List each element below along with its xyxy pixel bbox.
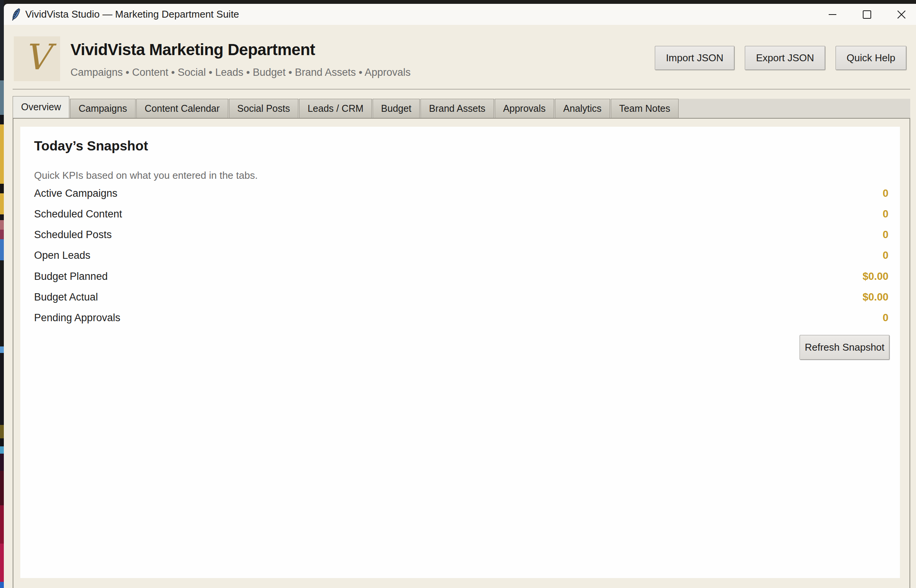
kpi-row: Scheduled Content 0 — [34, 207, 888, 220]
tab-social-posts[interactable]: Social Posts — [229, 99, 299, 118]
snapshot-title: Today’s Snapshot — [34, 138, 148, 154]
kpi-row: Active Campaigns 0 — [34, 187, 888, 200]
window-controls — [825, 4, 909, 25]
kpi-value: 0 — [883, 187, 888, 200]
close-icon[interactable] — [894, 7, 909, 22]
window-title: VividVista Studio — Marketing Department… — [25, 4, 239, 25]
page-title: VividVista Marketing Department — [70, 41, 315, 59]
tab-brand-assets[interactable]: Brand Assets — [420, 99, 494, 118]
tab-analytics[interactable]: Analytics — [555, 99, 610, 118]
kpi-value: 0 — [883, 311, 888, 324]
kpi-label: Scheduled Posts — [34, 228, 112, 241]
kpi-value: 0 — [883, 207, 888, 220]
tab-overview[interactable]: Overview — [13, 96, 69, 118]
tab-content-calendar[interactable]: Content Calendar — [136, 99, 228, 118]
tab-approvals[interactable]: Approvals — [495, 99, 554, 118]
kpi-row: Budget Planned $0.00 — [34, 270, 888, 283]
quick-help-button[interactable]: Quick Help — [836, 46, 906, 70]
snapshot-card: Today’s Snapshot Quick KPIs based on wha… — [20, 127, 900, 578]
kpi-row: Scheduled Posts 0 — [34, 228, 888, 241]
header-separator — [13, 89, 910, 90]
desktop-background-sliver — [0, 0, 4, 588]
kpi-label: Pending Approvals — [34, 311, 120, 324]
refresh-snapshot-button[interactable]: Refresh Snapshot — [800, 335, 890, 360]
export-json-button[interactable]: Export JSON — [745, 46, 825, 70]
kpi-value: $0.00 — [862, 270, 888, 283]
brand-logo: V — [14, 36, 60, 81]
import-json-button[interactable]: Import JSON — [655, 46, 734, 70]
kpi-label: Scheduled Content — [34, 207, 122, 220]
snapshot-subtitle: Quick KPIs based on what you entered in … — [34, 170, 258, 181]
brand-logo-letter: V — [24, 40, 49, 75]
maximize-icon[interactable] — [859, 7, 875, 22]
feather-icon — [11, 8, 21, 21]
kpi-label: Budget Actual — [34, 291, 98, 304]
app-window: VividVista Studio — Marketing Department… — [4, 4, 916, 588]
header-button-group: Import JSON Export JSON Quick Help — [655, 46, 906, 70]
page-subtitle: Campaigns • Content • Social • Leads • B… — [70, 67, 411, 78]
kpi-row: Pending Approvals 0 — [34, 311, 888, 324]
kpi-label: Budget Planned — [34, 270, 108, 283]
tab-leads-crm[interactable]: Leads / CRM — [299, 99, 372, 118]
kpi-value: 0 — [883, 228, 888, 241]
kpi-value: 0 — [883, 249, 888, 262]
tab-bar: Overview Campaigns Content Calendar Soci… — [13, 99, 679, 118]
tab-budget[interactable]: Budget — [373, 99, 420, 118]
kpi-value: $0.00 — [862, 291, 888, 304]
kpi-label: Open Leads — [34, 249, 90, 262]
kpi-row: Budget Actual $0.00 — [34, 291, 888, 304]
kpi-label: Active Campaigns — [34, 187, 118, 200]
kpi-row: Open Leads 0 — [34, 249, 888, 262]
minimize-icon[interactable] — [825, 7, 840, 22]
tab-team-notes[interactable]: Team Notes — [611, 99, 679, 118]
titlebar[interactable]: VividVista Studio — Marketing Department… — [4, 4, 916, 25]
tab-campaigns[interactable]: Campaigns — [70, 99, 135, 118]
